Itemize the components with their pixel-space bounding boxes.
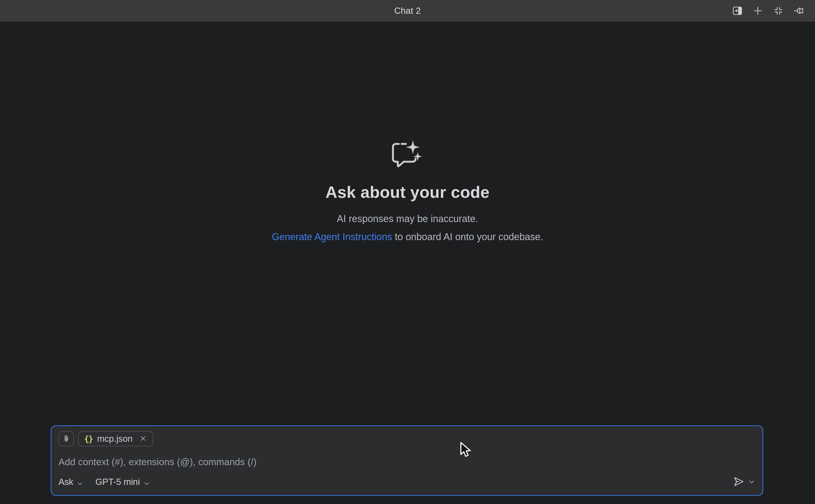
send-options-button[interactable]	[748, 478, 755, 486]
titlebar-actions	[731, 0, 805, 22]
chat-empty-state: Ask about your code AI responses may be …	[0, 138, 815, 246]
close-icon	[139, 435, 147, 443]
ai-disclaimer-text: AI responses may be inaccurate.	[337, 210, 478, 228]
composer-toolbar: Ask GPT-5 mini	[58, 474, 755, 490]
chevron-down-icon	[77, 479, 84, 486]
plus-icon	[752, 5, 764, 17]
mode-selector-value: Ask	[58, 477, 73, 487]
onboarding-line: Generate Agent Instructions to onboard A…	[272, 228, 543, 246]
prompt-input[interactable]: Add context (#), extensions (@), command…	[58, 455, 755, 469]
chevron-down-icon	[143, 479, 150, 486]
send-controls	[732, 475, 755, 489]
json-file-icon: {}	[84, 434, 93, 444]
paperclip-icon	[62, 434, 71, 444]
collapse-icon	[772, 5, 784, 17]
attachments-row: {} mcp.json	[58, 431, 755, 447]
attachment-chip[interactable]: {} mcp.json	[78, 431, 153, 446]
composer-selectors: Ask GPT-5 mini	[58, 477, 150, 487]
collapse-window-button[interactable]	[772, 4, 785, 17]
panel-arrow-right-icon	[731, 5, 743, 17]
empty-state-heading: Ask about your code	[325, 183, 489, 202]
model-selector-value: GPT-5 mini	[95, 477, 140, 487]
pin-icon	[793, 5, 805, 17]
remove-attachment-button[interactable]	[139, 434, 148, 443]
pin-window-button[interactable]	[792, 4, 805, 17]
mode-selector[interactable]: Ask	[58, 477, 84, 487]
model-selector[interactable]: GPT-5 mini	[95, 477, 150, 487]
onboarding-suffix-text: to onboard AI onto your codebase.	[392, 231, 543, 242]
attach-file-button[interactable]	[58, 431, 74, 446]
chevron-down-icon	[748, 478, 755, 486]
generate-agent-instructions-link[interactable]: Generate Agent Instructions	[272, 231, 392, 242]
titlebar: Chat 2	[0, 0, 815, 22]
prompt-composer[interactable]: {} mcp.json Add context (#), extensions …	[51, 425, 763, 496]
attachment-name: mcp.json	[97, 434, 133, 444]
panel-title: Chat 2	[394, 6, 421, 16]
send-plane-icon	[732, 475, 745, 489]
send-button[interactable]	[732, 475, 745, 489]
new-chat-button[interactable]	[751, 4, 764, 17]
ai-chat-sparkle-icon	[390, 138, 425, 170]
move-to-sidebar-button[interactable]	[731, 4, 744, 17]
